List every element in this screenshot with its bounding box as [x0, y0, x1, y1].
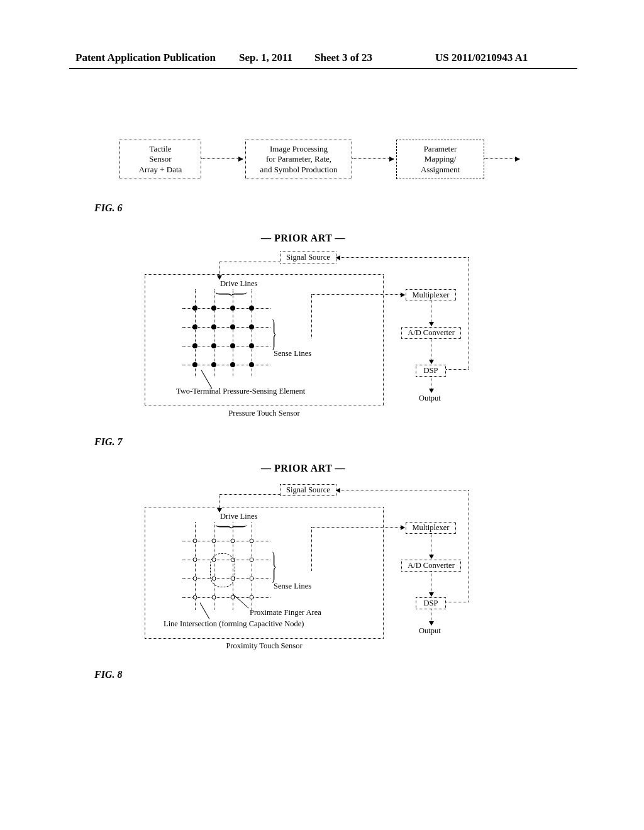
fig6-box-tactile: TactileSensorArray + Data	[119, 140, 201, 179]
fig6-box-imgproc: Image Processingfor Parameter, Rate,and …	[245, 140, 352, 179]
fig6-label: FIG. 6	[94, 202, 122, 214]
fig7-label: FIG. 7	[94, 436, 122, 448]
fig7-multiplexer: Multiplexer	[406, 289, 456, 301]
fig7-adc: A/D Converter	[401, 327, 461, 339]
prior-art-heading-7: — PRIOR ART —	[261, 233, 345, 244]
fig8-output: Output	[419, 626, 441, 636]
fig7-signal-source: Signal Source	[280, 252, 336, 263]
connector	[431, 609, 431, 625]
brace-icon: ︷	[270, 551, 282, 587]
connector	[431, 376, 431, 392]
connector	[311, 527, 312, 571]
fig8-caption: Proximity Touch Sensor	[145, 641, 384, 651]
connector	[336, 490, 469, 490]
fig7-dsp: DSP	[416, 365, 446, 377]
fig8-finger-label: Proximate Finger Area	[250, 608, 321, 617]
fig6-arrow-3	[484, 158, 519, 159]
connector	[336, 257, 469, 258]
fig8-element-label: Line Intersection (forming Capacitive No…	[164, 619, 304, 629]
connector	[431, 571, 431, 596]
connector	[311, 294, 312, 338]
brace-icon: ︷	[270, 318, 282, 354]
header-date: Sep. 1, 2011	[239, 52, 292, 64]
connector	[446, 369, 469, 370]
figure-7: Signal Source Multiplexer A/D Converter …	[145, 252, 497, 434]
fig7-grid	[189, 296, 264, 371]
header-sheet: Sheet 3 of 23	[314, 52, 372, 64]
header-publication: Patent Application Publication	[75, 52, 216, 64]
fig8-finger-area	[210, 553, 235, 587]
fig8-adc: A/D Converter	[401, 560, 461, 572]
connector	[219, 262, 219, 279]
fig8-multiplexer: Multiplexer	[406, 522, 456, 534]
figure-8: Signal Source Multiplexer A/D Converter …	[145, 484, 497, 667]
fig7-output: Output	[419, 394, 441, 403]
fig8-label: FIG. 8	[94, 669, 122, 680]
figure-6: TactileSensorArray + Data Image Processi…	[119, 140, 522, 196]
fig6-arrow-1	[201, 158, 243, 159]
connector	[311, 294, 404, 295]
connector	[311, 527, 404, 528]
header-rule	[69, 68, 577, 69]
connector	[219, 494, 280, 495]
connector	[219, 494, 219, 512]
fig8-signal-source: Signal Source	[280, 484, 336, 496]
fig7-caption: Pressure Touch Sensor	[145, 409, 384, 418]
connector	[469, 257, 469, 369]
connector	[446, 602, 469, 602]
connector	[431, 301, 431, 326]
connector	[469, 490, 469, 602]
connector	[431, 338, 431, 363]
header-pubno: US 2011/0210943 A1	[435, 52, 528, 64]
fig6-box-mapping: ParameterMapping/Assignment	[396, 140, 484, 179]
fig6-arrow-2	[352, 158, 394, 159]
fig7-element-label: Two-Terminal Pressure-Sensing Element	[176, 387, 305, 396]
connector	[431, 533, 431, 558]
fig8-dsp: DSP	[416, 597, 446, 609]
connector	[219, 262, 280, 262]
prior-art-heading-8: — PRIOR ART —	[261, 463, 345, 474]
